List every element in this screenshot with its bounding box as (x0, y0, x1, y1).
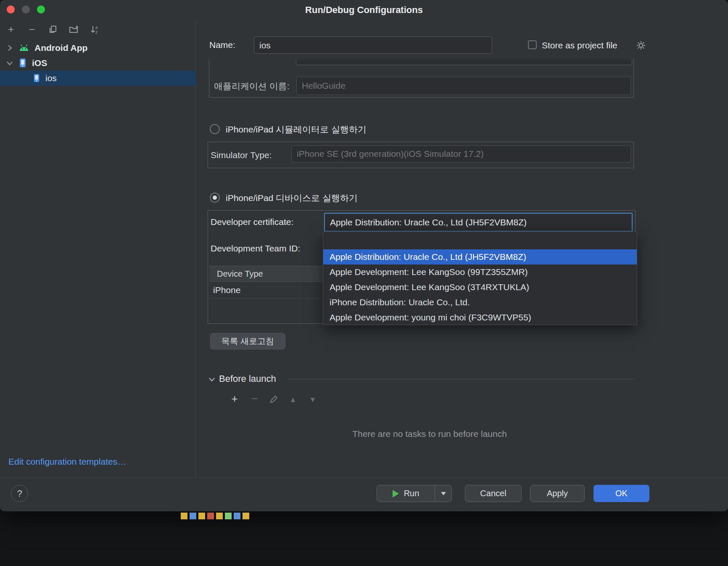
simulator-type-input (291, 145, 631, 162)
sidebar-item-android-app[interactable]: Android App (0, 40, 196, 56)
sidebar-toolbar: + − az (6, 24, 100, 35)
sidebar-item-label: iOS (32, 58, 47, 68)
move-task-down-icon[interactable]: ▼ (307, 394, 318, 405)
add-configuration-icon[interactable]: + (6, 24, 16, 34)
sidebar-item-ios-config[interactable]: ios (0, 71, 196, 86)
svg-text:a: a (95, 25, 98, 30)
refresh-list-button[interactable]: 목록 새로고침 (210, 333, 285, 349)
certificate-dropdown-popup: Apple Distribution: Uracle Co., Ltd (JH5… (323, 231, 637, 325)
sidebar-item-ios-group[interactable]: iOS (0, 56, 196, 71)
svg-text:z: z (95, 30, 98, 34)
dropdown-item-empty[interactable] (323, 232, 637, 249)
chevron-down-icon[interactable] (5, 59, 14, 67)
minimize-window-button[interactable] (22, 5, 30, 13)
footer-separator (0, 478, 728, 478)
add-task-icon[interactable]: + (229, 393, 240, 404)
simulator-type-label: Simulator Type: (211, 150, 272, 160)
application-name-input (296, 77, 631, 95)
chevron-down-icon (441, 492, 446, 495)
edit-task-icon[interactable] (268, 394, 279, 405)
run-on-device-label[interactable]: iPhone/iPad 디바이스로 실행하기 (226, 192, 358, 204)
simulator-settings-group: Simulator Type: (208, 142, 634, 168)
ios-icon (18, 58, 27, 69)
ios-config-icon (33, 73, 40, 83)
dropdown-item[interactable]: Apple Distribution: Uracle Co., Ltd (JH5… (323, 249, 637, 264)
zoom-window-button[interactable] (37, 5, 45, 13)
dropdown-item[interactable]: Apple Development: Lee KangSoo (3T4RXTUK… (323, 280, 637, 295)
developer-certificate-combobox[interactable]: Apple Distribution: Uracle Co., Ltd (JH5… (324, 213, 633, 232)
cropped-input (296, 59, 632, 65)
gear-icon[interactable] (636, 41, 646, 52)
run-on-simulator-radio[interactable] (210, 124, 220, 134)
before-launch-collapse-icon[interactable] (208, 376, 216, 385)
run-on-simulator-label[interactable]: iPhone/iPad 시뮬레이터로 실행하기 (226, 124, 367, 135)
background-window-fragment (181, 513, 249, 519)
application-settings-group: 애플리케이션 이름: (209, 59, 634, 98)
close-window-button[interactable] (7, 5, 15, 13)
store-as-project-file-checkbox[interactable] (528, 40, 537, 49)
cancel-button[interactable]: Cancel (465, 485, 522, 502)
run-button-label: Run (404, 489, 419, 498)
developer-certificate-label: Developer certificate: (211, 217, 293, 227)
configurations-sidebar: + − az Android App (0, 19, 196, 478)
apply-button[interactable]: Apply (530, 485, 585, 502)
before-launch-separator (288, 379, 634, 379)
name-input[interactable] (254, 37, 492, 54)
dialog-title: Run/Debug Configurations (0, 0, 728, 20)
run-button[interactable]: Run (377, 485, 452, 502)
dropdown-item[interactable]: Apple Development: young mi choi (F3C9WT… (323, 310, 637, 325)
remove-configuration-icon[interactable]: − (27, 24, 37, 34)
run-on-device-radio[interactable] (210, 193, 220, 203)
run-debug-configurations-dialog: Run/Debug Configurations + − az Android … (0, 0, 728, 511)
copy-configuration-icon[interactable] (48, 24, 58, 34)
new-folder-icon[interactable] (69, 24, 79, 34)
sidebar-item-label: Android App (34, 43, 87, 53)
run-options-dropdown[interactable] (435, 485, 451, 502)
title-bar: Run/Debug Configurations (0, 0, 728, 19)
application-name-label: 애플리케이션 이름: (214, 80, 290, 92)
before-launch-title: Before launch (219, 373, 276, 384)
sidebar-item-label: ios (45, 73, 57, 83)
android-icon (18, 44, 29, 52)
chevron-right-icon[interactable] (5, 44, 14, 52)
remove-task-icon[interactable]: − (249, 393, 260, 404)
dropdown-item[interactable]: iPhone Distribution: Uracle Co., Ltd. (323, 295, 637, 310)
no-tasks-message: There are no tasks to run before launch (224, 429, 636, 439)
sort-alphabetically-icon[interactable]: az (90, 24, 100, 34)
play-icon (393, 490, 399, 497)
name-label: Name: (209, 40, 235, 50)
edit-configuration-templates-link[interactable]: Edit configuration templates… (8, 457, 126, 467)
ok-button[interactable]: OK (593, 485, 649, 502)
help-button[interactable]: ? (11, 485, 28, 502)
dropdown-item[interactable]: Apple Development: Lee KangSoo (99TZ355Z… (323, 264, 637, 280)
development-team-id-label: Development Team ID: (211, 243, 300, 254)
store-as-project-file-label: Store as project file (542, 40, 617, 50)
move-task-up-icon[interactable]: ▲ (288, 394, 298, 405)
